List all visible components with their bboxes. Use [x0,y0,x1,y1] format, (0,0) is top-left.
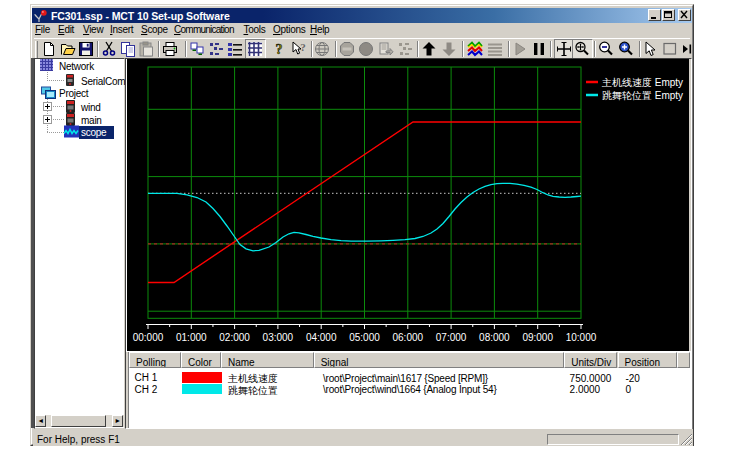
svg-text:10:000: 10:000 [566,332,597,343]
svg-text:08:000: 08:000 [479,332,510,343]
svg-text:03:000: 03:000 [263,332,294,343]
svg-text:02:000: 02:000 [219,332,250,343]
svg-text:?: ? [300,41,306,53]
svg-text:07:000: 07:000 [436,332,467,343]
svg-text:04:000: 04:000 [306,332,337,343]
svg-text:?: ? [276,42,283,57]
svg-text:06:000: 06:000 [393,332,424,343]
svg-text:01:000: 01:000 [176,332,207,343]
svg-text:跳舞轮位置 Empty: 跳舞轮位置 Empty [602,90,683,101]
svg-text:主机线速度 Empty: 主机线速度 Empty [601,77,683,88]
svg-text:00:000: 00:000 [133,332,164,343]
svg-text:05:000: 05:000 [349,332,380,343]
svg-text:09:000: 09:000 [522,332,553,343]
